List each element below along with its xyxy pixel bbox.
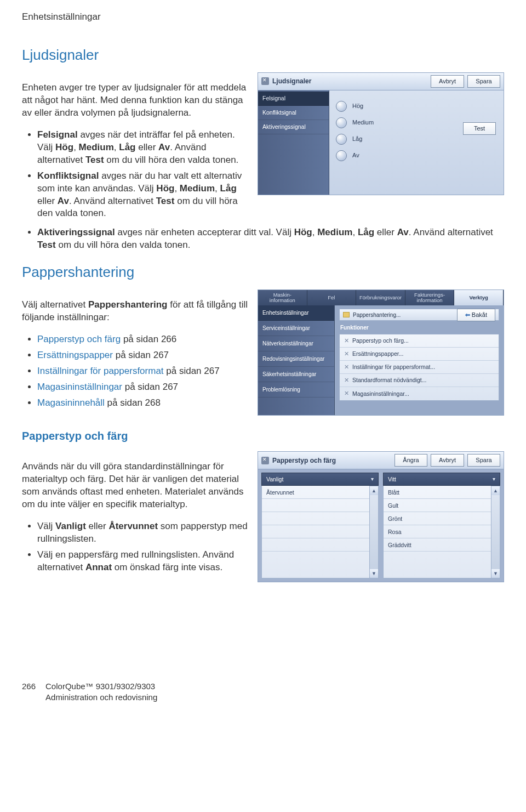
list-item: Ersättningspapper på sidan 267 (37, 349, 249, 362)
wrench-icon (261, 457, 269, 464)
gear-icon: ✕ (344, 389, 349, 398)
section-title-ljudsignaler: Ljudsignaler (22, 46, 504, 65)
scroll-down-icon[interactable]: ▼ (370, 569, 378, 578)
undo-button[interactable]: Ångra (395, 454, 427, 467)
function-list: ✕Papperstyp och färg... ✕Ersättningspapp… (339, 334, 499, 401)
intro-text-2: Välj alternativet Pappershantering för a… (22, 299, 249, 324)
footer-line-2: Administration och redovisning (45, 692, 157, 703)
list-item[interactable] (262, 499, 369, 512)
tab-maskininfo[interactable]: Maskin- information (258, 290, 307, 305)
gear-icon: ✕ (344, 376, 349, 384)
subsection-title: Papperstyp och färg (22, 429, 504, 444)
group-label: Funktioner (340, 324, 498, 332)
sidebar-item-redovisning[interactable]: Redovisningsinställningar (258, 351, 334, 367)
list-item[interactable]: Gräddvitt (384, 538, 491, 552)
sidebar-item-natverk[interactable]: Nätverksinställningar (258, 336, 334, 351)
list-item[interactable] (262, 512, 369, 525)
list-item-standardformat[interactable]: ✕Standardformat nödvändigt... (340, 374, 499, 387)
wrench-icon (261, 77, 269, 85)
list-item[interactable]: Återvunnet (262, 486, 369, 499)
list-item[interactable]: Blått (384, 486, 491, 499)
folder-icon (343, 312, 350, 317)
panel-papperstyp-farg: Papperstyp och färg Ångra Avbryt Spara V… (258, 451, 504, 582)
chevron-down-icon: ▾ (493, 475, 495, 483)
scroll-down-icon[interactable]: ▼ (491, 569, 500, 578)
radio-icon (336, 134, 347, 145)
section-title-pappershantering: Pappershantering (22, 263, 504, 282)
gear-icon: ✕ (344, 337, 349, 345)
bullet-felsignal: Felsignal avges när det inträffar fel på… (37, 129, 249, 167)
scrollbar[interactable]: ▲ ▼ (491, 486, 500, 578)
page-header: Enhetsinställningar (22, 11, 504, 24)
panel-pappershantering: Maskin- information Fel Förbrukningsvaro… (258, 289, 504, 416)
list-item[interactable]: Grönt (384, 512, 491, 525)
scrollbar[interactable]: ▲ ▼ (370, 486, 379, 578)
link-papperstyp[interactable]: Papperstyp och färg (37, 334, 121, 344)
panel-ljudsignaler: Ljudsignaler Avbryt Spara Felsignal Konf… (258, 72, 504, 195)
radio-icon (336, 117, 347, 128)
panel-title: Papperstyp och färg (272, 456, 336, 465)
tab-fel[interactable]: Fel (307, 290, 357, 305)
list-item: Magasininnehåll på sidan 268 (37, 397, 249, 410)
radio-hog[interactable]: Hög (336, 98, 497, 115)
bullet-konfliktsignal: Konfliktsignal avges när du har valt ett… (37, 170, 249, 220)
bullet-vanligt: Välj Vanligt eller Återvunnet som papper… (37, 520, 249, 546)
list-item[interactable]: Gult (384, 499, 491, 512)
list-item[interactable] (262, 538, 369, 552)
list-item: Papperstyp och färg på sidan 266 (37, 333, 249, 346)
radio-av[interactable]: Av (336, 147, 497, 164)
save-button[interactable]: Spara (467, 454, 500, 467)
link-magasininnehall[interactable]: Magasininnehåll (37, 398, 105, 408)
right-list-head[interactable]: Vitt▾ (383, 473, 500, 486)
list-item-ersattning[interactable]: ✕Ersättningspapper... (340, 348, 499, 361)
chevron-down-icon: ▾ (371, 475, 374, 483)
test-button[interactable]: Test (463, 122, 496, 135)
radio-icon (336, 150, 347, 161)
bullet-aktiveringssignal: Aktiveringssignal avges när enheten acce… (37, 226, 504, 252)
tab-fakturering[interactable]: Fakturerings- information (405, 290, 455, 305)
scroll-up-icon[interactable]: ▲ (370, 486, 378, 495)
panel-title: Ljudsignaler (272, 77, 311, 86)
scroll-up-icon[interactable]: ▲ (491, 486, 500, 495)
tab-verktyg[interactable]: Verktyg (454, 290, 504, 305)
link-pappersformat[interactable]: Inställningar för pappersformat (37, 366, 164, 376)
back-button[interactable]: ⇐Bakåt (457, 309, 495, 321)
cancel-button[interactable]: Avbryt (431, 75, 464, 88)
para-papperstyp: Används när du vill göra standardinställ… (22, 461, 249, 511)
gear-icon: ✕ (344, 363, 349, 371)
page-number: 266 (22, 681, 36, 703)
list-item[interactable]: Rosa (384, 525, 491, 538)
breadcrumb: Pappershantering... ⇐Bakåt (339, 309, 499, 321)
arrow-left-icon: ⇐ (465, 311, 470, 318)
sidebar-item-felsignal[interactable]: Felsignal (258, 92, 329, 106)
list-item-papperstyp[interactable]: ✕Papperstyp och färg... (340, 334, 499, 348)
breadcrumb-text: Pappershantering... (353, 311, 401, 319)
list-item[interactable] (262, 525, 369, 538)
save-button[interactable]: Spara (467, 75, 500, 88)
list-item-magasin[interactable]: ✕Magasininställningar... (340, 387, 499, 400)
cancel-button[interactable]: Avbryt (431, 454, 464, 467)
bullet-farg: Välj en pappersfärg med rullningslisten.… (37, 549, 249, 574)
left-list-head[interactable]: Vanligt▾ (261, 473, 379, 486)
list-item: Inställningar för pappersformat på sidan… (37, 365, 249, 378)
footer: 266 ColorQube™ 9301/9302/9303 Administra… (22, 681, 504, 703)
sidebar-item-konfliktsignal[interactable]: Konfliktsignal (258, 106, 329, 120)
list-item: Magasininställningar på sidan 267 (37, 381, 249, 394)
sidebar-item-aktiveringssignal[interactable]: Aktiveringssignal (258, 120, 329, 134)
sidebar-item-enhet[interactable]: Enhetsinställningar (258, 305, 334, 321)
gear-icon: ✕ (344, 350, 349, 358)
link-magasininstallningar[interactable]: Magasininställningar (37, 382, 122, 392)
link-ersattningspapper[interactable]: Ersättningspapper (37, 350, 113, 360)
sidebar-item-service[interactable]: Serviceinställningar (258, 321, 334, 336)
footer-line-1: ColorQube™ 9301/9302/9303 (45, 681, 157, 692)
sidebar-item-problem[interactable]: Problemlösning (258, 382, 334, 398)
radio-icon (336, 101, 347, 112)
sidebar-item-sakerhet[interactable]: Säkerhetsinställningar (258, 367, 334, 382)
list-item-pappersformat[interactable]: ✕Inställningar för pappersformat... (340, 361, 499, 374)
intro-text: Enheten avger tre typer av ljudsignaler … (22, 82, 249, 120)
tab-forbrukning[interactable]: Förbrukningsvaror (356, 290, 405, 305)
